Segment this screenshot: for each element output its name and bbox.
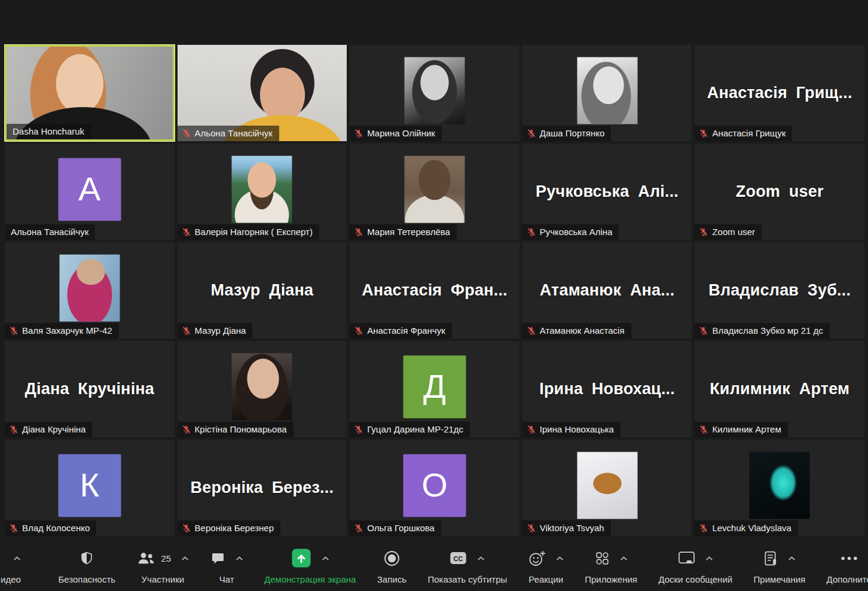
- participant-tile[interactable]: Zoom userZoom user: [695, 144, 864, 240]
- muted-mic-icon: [527, 129, 536, 138]
- participant-nameplate: Вероніка Березнер: [178, 520, 280, 536]
- participant-name-label: Levchuk Vladyslava: [712, 523, 791, 533]
- participant-tile[interactable]: Levchuk Vladyslava: [695, 440, 864, 536]
- participant-tile[interactable]: Валерія Нагорняк ( Експерт): [178, 144, 347, 240]
- participant-tile[interactable]: ДГуцал Дарина МР-21дс: [350, 341, 519, 437]
- participant-tile[interactable]: Мария Тетеревлёва: [350, 144, 519, 240]
- participant-nameplate: Viktoriya Tsvyah: [522, 520, 611, 536]
- participant-name-label: Мазур Діана: [195, 325, 246, 336]
- toolbar-security-button[interactable]: Безопасность: [58, 547, 115, 591]
- meeting-toolbar: идеоБезопасность25УчастникиЧатДемонстрац…: [0, 538, 868, 591]
- participant-nameplate: Levchuk Vladyslava: [695, 520, 798, 536]
- toolbar-video-button[interactable]: идео: [0, 547, 37, 591]
- notes-chevron-icon[interactable]: [788, 556, 796, 561]
- avatar: [232, 353, 292, 420]
- record-icon: [383, 550, 401, 567]
- participant-name-label: Вероніка Березнер: [195, 523, 274, 533]
- share-screen-chevron-icon[interactable]: [322, 556, 329, 561]
- muted-mic-icon: [699, 129, 708, 138]
- toolbar-record-button[interactable]: Запись: [377, 547, 407, 591]
- participant-tile[interactable]: Крістіна Пономарьова: [178, 341, 347, 437]
- participant-tile[interactable]: Ручковська Алі...Ручковська Аліна: [522, 144, 692, 240]
- participant-tile[interactable]: КВлад Колосенко: [5, 440, 175, 536]
- avatar: Д: [403, 355, 466, 418]
- reactions-icon: [528, 550, 546, 566]
- toolbar-more-button[interactable]: Дополните: [827, 547, 868, 591]
- participant-nameplate: Мазур Діана: [178, 323, 253, 339]
- video-chevron-icon[interactable]: [13, 556, 21, 561]
- whiteboards-chevron-icon[interactable]: [705, 556, 713, 561]
- muted-mic-icon: [699, 326, 708, 336]
- participant-name-label: Валерія Нагорняк ( Експерт): [195, 227, 313, 237]
- captions-chevron-icon[interactable]: [477, 556, 485, 561]
- share-screen-icon: [291, 548, 311, 568]
- toolbar-share-screen-label: Демонстрация экрана: [264, 574, 356, 584]
- avatar: [59, 254, 120, 321]
- participant-nameplate: Діана Кручініна: [5, 422, 92, 437]
- top-bar: [0, 0, 868, 42]
- participant-tile[interactable]: Валя Захарчук МР-42: [5, 242, 175, 339]
- participant-tile[interactable]: Вероніка Берез...Вероніка Березнер: [178, 440, 347, 536]
- participant-nameplate: Анастасія Грищук: [695, 126, 792, 141]
- avatar: [577, 452, 637, 519]
- chat-chevron-icon[interactable]: [236, 556, 243, 561]
- reactions-chevron-icon[interactable]: [556, 556, 564, 561]
- participant-tile[interactable]: Владислав Зуб...Владислав Зубко мр 21 дс: [695, 242, 864, 339]
- avatar: О: [403, 454, 466, 517]
- avatar: A: [58, 158, 121, 221]
- toolbar-whiteboards-button[interactable]: Доски сообщений: [658, 547, 732, 591]
- participant-tile[interactable]: AАльона Танасійчук: [5, 144, 175, 240]
- participant-name-label: Даша Портянко: [540, 128, 605, 138]
- participant-tile[interactable]: Анастасія Фран...Анастасія Франчук: [350, 242, 519, 339]
- participant-nameplate: Даша Портянко: [522, 126, 612, 141]
- participant-name-label: Крістіна Пономарьова: [195, 424, 287, 434]
- participant-tile[interactable]: Даша Портянко: [522, 45, 692, 141]
- participant-tile[interactable]: ООльга Горшкова: [350, 440, 519, 536]
- muted-mic-icon: [699, 523, 708, 533]
- security-icon: [80, 550, 94, 566]
- participant-nameplate: Zoom user: [695, 224, 762, 240]
- avatar: [577, 57, 637, 124]
- participant-tile[interactable]: Dasha Honcharuk: [5, 45, 175, 141]
- muted-mic-icon: [9, 523, 19, 533]
- participants-chevron-icon[interactable]: [181, 556, 189, 561]
- participant-name-label: Ірина Новохацька: [540, 424, 614, 434]
- avatar: К: [58, 454, 121, 517]
- participant-name-label: Килимник Артем: [712, 424, 781, 434]
- participant-tile[interactable]: Ірина Новохац...Ірина Новохацька: [522, 341, 692, 437]
- participant-nameplate: Атаманюк Анастасія: [522, 323, 631, 339]
- participant-name-label: Zoom user: [712, 227, 755, 237]
- participant-nameplate: Альона Танасійчук: [178, 126, 279, 141]
- participant-nameplate: Валя Захарчук МР-42: [5, 323, 119, 339]
- muted-mic-icon: [527, 425, 536, 434]
- participants-icon: [137, 551, 155, 566]
- toolbar-notes-label: Примечания: [754, 574, 806, 584]
- toolbar-apps-button[interactable]: Приложения: [585, 547, 637, 591]
- participant-tile[interactable]: Атаманюк Ана...Атаманюк Анастасія: [522, 242, 692, 339]
- toolbar-notes-button[interactable]: Примечания: [754, 547, 806, 591]
- participant-tile[interactable]: Килимник АртемКилимник Артем: [695, 341, 864, 437]
- participant-name-label: Діана Кручініна: [22, 424, 85, 434]
- participant-tile[interactable]: Альона Танасійчук: [178, 45, 347, 141]
- toolbar-captions-button[interactable]: CCПоказать субтитры: [427, 547, 507, 591]
- apps-icon: [595, 551, 610, 566]
- toolbar-participants-button[interactable]: 25Участники: [137, 547, 190, 591]
- notes-icon: [763, 550, 778, 566]
- participant-name-label: Валя Захарчук МР-42: [22, 325, 112, 336]
- toolbar-apps-label: Приложения: [585, 574, 637, 584]
- participant-tile[interactable]: Мазур ДіанаМазур Діана: [178, 242, 347, 339]
- toolbar-reactions-button[interactable]: Реакции: [528, 547, 564, 591]
- toolbar-share-screen-button[interactable]: Демонстрация экрана: [264, 547, 356, 591]
- participant-tile[interactable]: Марина Олійник: [350, 45, 519, 141]
- toolbar-participants-label: Участники: [142, 574, 185, 584]
- participant-name-label: Мария Тетеревлёва: [367, 227, 450, 237]
- participant-name-label: Ольга Горшкова: [367, 523, 435, 533]
- toolbar-chat-button[interactable]: Чат: [210, 547, 243, 591]
- participant-tile[interactable]: Viktoriya Tsvyah: [522, 440, 692, 536]
- participant-nameplate: Альона Танасійчук: [5, 224, 95, 240]
- apps-chevron-icon[interactable]: [620, 556, 628, 561]
- participant-tile[interactable]: Діана КручінінаДіана Кручініна: [5, 341, 175, 437]
- participant-name-label: Альона Танасійчук: [195, 128, 273, 138]
- participant-tile[interactable]: Анастасія Грищ...Анастасія Грищук: [695, 45, 864, 141]
- participant-nameplate: Ірина Новохацька: [522, 422, 621, 437]
